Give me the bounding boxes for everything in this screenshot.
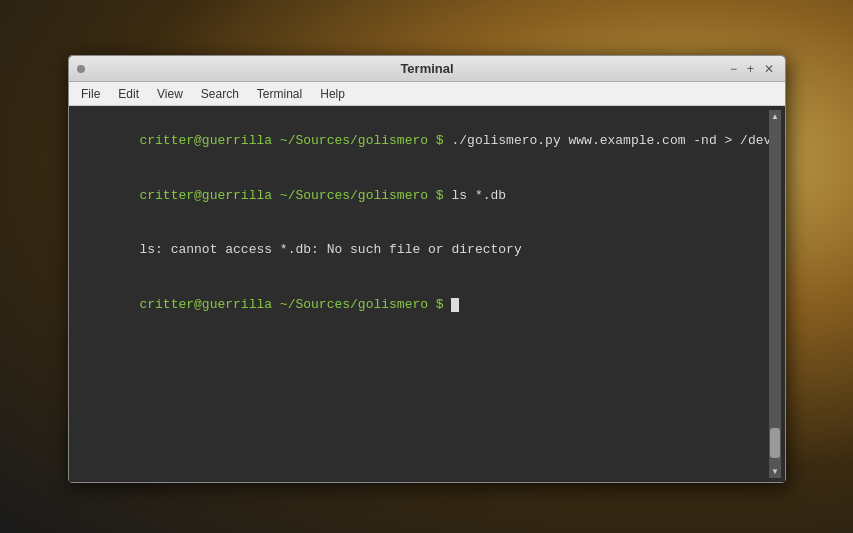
title-bar: Terminal − + ✕: [69, 56, 785, 82]
scrollbar[interactable]: ▲ ▼: [769, 110, 781, 478]
title-indicator: [77, 65, 85, 73]
menu-terminal[interactable]: Terminal: [249, 85, 310, 103]
menu-bar: File Edit View Search Terminal Help: [69, 82, 785, 106]
terminal-window: Terminal − + ✕ File Edit View Search Ter…: [68, 55, 786, 483]
scrollbar-thumb[interactable]: [770, 428, 780, 458]
command-1: ./golismero.py www.example.com -nd > /de…: [444, 133, 769, 148]
output-1: ls: cannot access *.db: No such file or …: [139, 242, 521, 257]
menu-help[interactable]: Help: [312, 85, 353, 103]
terminal-text-area[interactable]: critter@guerrilla ~/Sources/golismero $ …: [71, 110, 769, 478]
menu-view[interactable]: View: [149, 85, 191, 103]
scrollbar-track[interactable]: ▼: [770, 123, 780, 478]
terminal-line-4: critter@guerrilla ~/Sources/golismero $: [77, 278, 763, 333]
maximize-button[interactable]: +: [744, 62, 757, 76]
menu-edit[interactable]: Edit: [110, 85, 147, 103]
close-button[interactable]: ✕: [761, 62, 777, 76]
terminal-line-2: critter@guerrilla ~/Sources/golismero $ …: [77, 169, 763, 224]
command-3: [444, 297, 452, 312]
menu-file[interactable]: File: [73, 85, 108, 103]
terminal-line-3: ls: cannot access *.db: No such file or …: [77, 223, 763, 278]
prompt-2: critter@guerrilla ~/Sources/golismero $: [139, 188, 443, 203]
scrollbar-up-arrow[interactable]: ▲: [770, 110, 780, 123]
title-bar-left: [77, 61, 93, 77]
window-controls: − + ✕: [727, 62, 777, 76]
command-2: ls *.db: [444, 188, 506, 203]
menu-search[interactable]: Search: [193, 85, 247, 103]
scrollbar-down-arrow[interactable]: ▼: [770, 464, 780, 478]
window-title: Terminal: [400, 61, 453, 76]
prompt-1: critter@guerrilla ~/Sources/golismero $: [139, 133, 443, 148]
terminal-content[interactable]: critter@guerrilla ~/Sources/golismero $ …: [69, 106, 785, 482]
terminal-line-1: critter@guerrilla ~/Sources/golismero $ …: [77, 114, 763, 169]
terminal-cursor: [451, 298, 459, 312]
prompt-3: critter@guerrilla ~/Sources/golismero $: [139, 297, 443, 312]
minimize-button[interactable]: −: [727, 62, 740, 76]
